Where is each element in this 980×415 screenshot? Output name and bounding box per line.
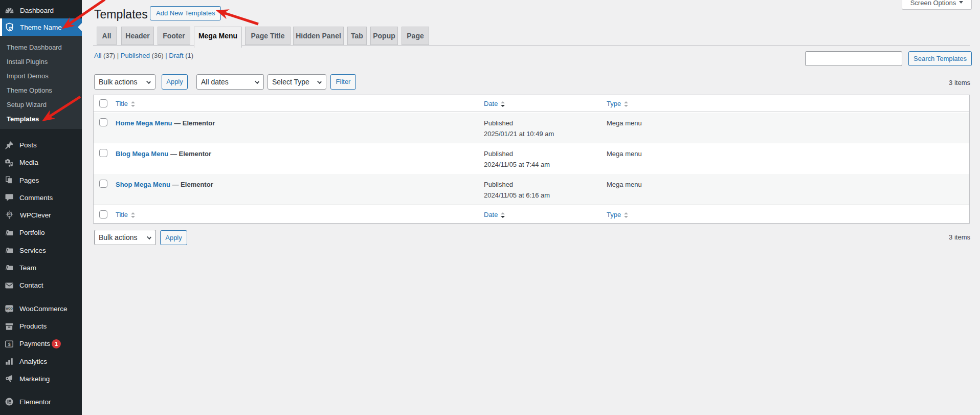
svg-text:$: $ [8, 341, 11, 347]
svg-text:WOO: WOO [6, 307, 12, 310]
svg-text:WPC: WPC [7, 213, 12, 215]
